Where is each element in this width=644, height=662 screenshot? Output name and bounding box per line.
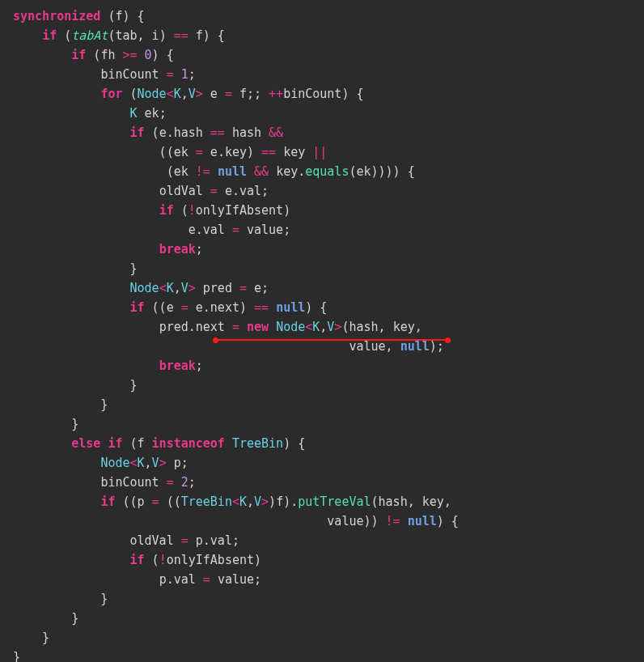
token-pn — [174, 533, 181, 548]
token-pn — [13, 436, 71, 451]
token-pn: , — [138, 28, 152, 43]
code-line: } — [13, 378, 138, 393]
code-line: (ek != null && key.equals(ek)))) { — [13, 164, 415, 179]
token-pn — [225, 223, 232, 237]
token-var: value — [218, 572, 254, 587]
token-cls: Node — [276, 320, 305, 334]
code-line: if ((p = ((TreeBin<K,V>)f).putTreeVal(ha… — [13, 494, 451, 509]
code-line: } — [13, 397, 108, 412]
token-op: = — [239, 281, 247, 295]
token-pn — [247, 281, 254, 295]
token-op: = — [225, 87, 232, 101]
token-var: tab — [115, 28, 137, 43]
code-line: } — [13, 630, 49, 645]
token-gen: < — [167, 87, 174, 101]
token-pn — [218, 184, 225, 198]
token-var: value — [247, 223, 283, 237]
token-pn — [167, 456, 174, 470]
token-pn: ; — [181, 456, 189, 470]
token-pn: } — [13, 397, 108, 412]
token-pn — [159, 475, 167, 490]
token-var: e — [196, 300, 203, 315]
code-line: Node<K,V> pred = e; — [13, 281, 269, 295]
token-var: pred — [159, 320, 189, 334]
token-kw: if — [130, 125, 145, 140]
token-call: equals — [305, 164, 349, 179]
token-op: = — [232, 320, 239, 334]
token-pn: )) — [363, 514, 385, 528]
token-pn — [13, 203, 159, 218]
token-op: == — [210, 125, 225, 140]
token-pn — [13, 106, 130, 121]
code-line: if (e.hash == hash && — [13, 125, 283, 140]
token-pn: ; — [189, 475, 196, 490]
token-var: onlyIfAbsent — [196, 203, 283, 218]
code-line: for (Node<K,V> e = f;; ++binCount) { — [13, 87, 364, 101]
token-pn: ) { — [341, 87, 363, 101]
token-var: ek — [145, 106, 159, 121]
token-var: fh — [100, 48, 115, 62]
token-gen: < — [130, 456, 138, 470]
token-pn — [138, 48, 145, 62]
token-var: onlyIfAbsent — [167, 553, 254, 567]
token-pn: , — [415, 320, 422, 334]
token-pn — [276, 145, 283, 159]
token-var: hash — [379, 494, 408, 509]
token-pn: ( — [145, 125, 159, 140]
token-pn: , — [408, 494, 422, 509]
token-pn — [13, 67, 100, 82]
token-pn — [196, 572, 203, 587]
token-pn: . — [167, 125, 174, 140]
token-pn: ; — [261, 281, 269, 295]
token-pn — [159, 67, 167, 82]
token-num: 0 — [145, 48, 152, 62]
token-pn: ; — [189, 67, 196, 82]
token-op: = — [167, 67, 174, 82]
token-var: e — [159, 125, 167, 140]
token-pn — [13, 223, 189, 237]
token-pn — [145, 436, 152, 451]
code-line: Node<K,V> p; — [13, 456, 189, 470]
token-kw: if — [159, 203, 174, 218]
token-pn — [189, 164, 196, 179]
token-cls: V — [189, 87, 196, 101]
token-var: ek — [356, 164, 371, 179]
token-cls: K — [167, 281, 174, 295]
token-pn: } — [13, 630, 49, 645]
token-var: e — [210, 145, 218, 159]
token-var: val — [174, 572, 196, 587]
token-pn: (( — [159, 494, 181, 509]
token-op: = — [232, 223, 239, 237]
token-pn: , — [247, 494, 254, 509]
red-annotation-underline — [214, 339, 449, 341]
token-pn: ) — [254, 553, 261, 567]
token-pn: ) — [283, 203, 290, 218]
token-op: && — [254, 164, 269, 179]
token-var: f — [239, 87, 247, 101]
token-num: 1 — [181, 67, 189, 82]
token-pn: ) — [239, 300, 254, 315]
token-pn — [196, 281, 203, 295]
token-pn — [13, 320, 159, 334]
token-op: = — [181, 300, 189, 315]
token-op: = — [181, 533, 189, 548]
token-pn — [13, 242, 159, 257]
token-gen: < — [159, 281, 167, 295]
token-pn: , — [379, 320, 393, 334]
token-pn: } — [13, 611, 78, 626]
token-pn — [13, 184, 159, 198]
code-line: oldVal = e.val; — [13, 184, 269, 198]
token-var: p — [196, 533, 203, 548]
code-line: value, null); — [13, 339, 444, 354]
token-var: val — [210, 533, 232, 548]
token-pn — [174, 475, 181, 490]
token-pn — [269, 164, 276, 179]
token-cls: Node — [130, 281, 159, 295]
token-pn: , — [320, 320, 327, 334]
token-pn: ) { — [305, 300, 327, 315]
token-pn — [13, 572, 159, 587]
token-var: e — [167, 300, 174, 315]
token-cls: TreeBin — [181, 494, 232, 509]
token-pn: } — [13, 378, 138, 393]
token-nul: null — [218, 164, 247, 179]
